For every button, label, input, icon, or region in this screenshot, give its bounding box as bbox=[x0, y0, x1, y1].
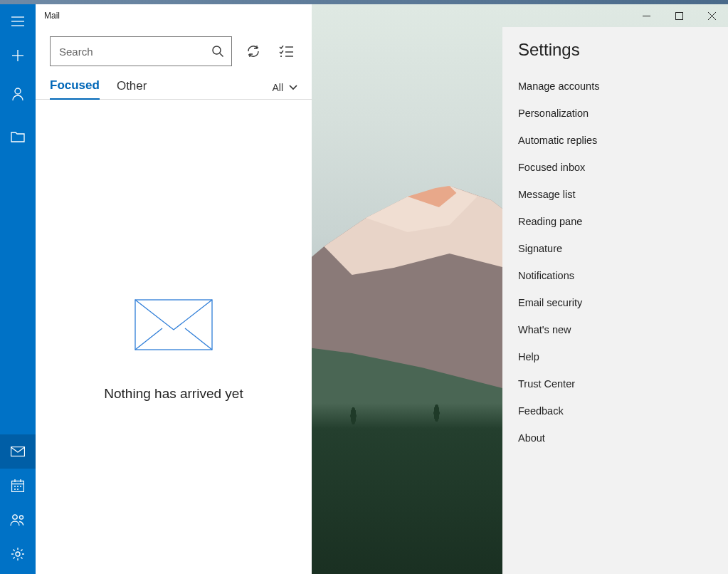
mail-app-window: Mail Focused Other All Not bbox=[0, 4, 728, 574]
filter-label: All bbox=[272, 82, 283, 93]
settings-item-email-security[interactable]: Email security bbox=[518, 289, 712, 316]
close-icon bbox=[708, 12, 716, 20]
person-icon bbox=[11, 87, 24, 101]
mail-icon bbox=[11, 447, 25, 456]
settings-item-notifications[interactable]: Notifications bbox=[518, 262, 712, 289]
svg-line-20 bbox=[220, 53, 223, 57]
settings-item-whats-new[interactable]: What's new bbox=[518, 316, 712, 343]
people-icon bbox=[10, 513, 26, 526]
plus-icon bbox=[12, 50, 23, 61]
settings-item-signature[interactable]: Signature bbox=[518, 235, 712, 262]
filter-dropdown[interactable]: All bbox=[272, 82, 297, 99]
menu-icon bbox=[11, 16, 24, 26]
gear-icon bbox=[11, 547, 25, 561]
chevron-down-icon bbox=[289, 85, 297, 90]
settings-item-help[interactable]: Help bbox=[518, 343, 712, 370]
refresh-icon bbox=[246, 44, 260, 58]
select-mode-button[interactable] bbox=[275, 40, 297, 63]
settings-item-message-list[interactable]: Message list bbox=[518, 181, 712, 208]
maximize-icon bbox=[675, 12, 683, 20]
envelope-icon bbox=[134, 299, 213, 350]
toolbar bbox=[36, 27, 312, 71]
search-input[interactable] bbox=[59, 46, 211, 58]
settings-item-automatic-replies[interactable]: Automatic replies bbox=[518, 127, 712, 154]
account-button[interactable] bbox=[0, 73, 36, 115]
app-title: Mail bbox=[44, 11, 60, 21]
svg-point-16 bbox=[13, 515, 17, 519]
title-bar: Mail bbox=[36, 4, 312, 27]
calendar-nav-button[interactable] bbox=[0, 469, 36, 503]
settings-title: Settings bbox=[518, 40, 712, 60]
svg-rect-27 bbox=[675, 12, 682, 19]
svg-point-5 bbox=[15, 88, 21, 94]
settings-item-focused-inbox[interactable]: Focused inbox bbox=[518, 154, 712, 181]
folders-button[interactable] bbox=[0, 115, 36, 158]
svg-rect-25 bbox=[135, 300, 212, 350]
checklist-icon bbox=[279, 46, 293, 57]
settings-item-about[interactable]: About bbox=[518, 424, 712, 452]
sync-button[interactable] bbox=[242, 40, 265, 63]
mail-nav-button[interactable] bbox=[0, 434, 36, 469]
window-controls bbox=[630, 4, 728, 27]
calendar-icon bbox=[11, 479, 24, 492]
settings-item-personalization[interactable]: Personalization bbox=[518, 100, 712, 127]
empty-message: Nothing has arrived yet bbox=[104, 386, 243, 402]
settings-item-feedback[interactable]: Feedback bbox=[518, 397, 712, 424]
maximize-button[interactable] bbox=[663, 4, 695, 27]
settings-item-trust-center[interactable]: Trust Center bbox=[518, 370, 712, 397]
minimize-icon bbox=[643, 12, 650, 20]
settings-nav-button[interactable] bbox=[0, 537, 36, 571]
settings-item-reading-pane[interactable]: Reading pane bbox=[518, 208, 712, 235]
close-button[interactable] bbox=[695, 4, 728, 27]
nav-rail bbox=[0, 4, 36, 574]
minimize-button[interactable] bbox=[630, 4, 663, 27]
settings-panel: Settings Manage accounts Personalization… bbox=[502, 27, 728, 574]
svg-point-24 bbox=[281, 56, 282, 57]
search-box[interactable] bbox=[50, 36, 232, 66]
compose-button[interactable] bbox=[0, 38, 36, 73]
svg-point-18 bbox=[16, 552, 20, 556]
message-list-pane: Mail Focused Other All Not bbox=[36, 4, 312, 574]
empty-state: Nothing has arrived yet bbox=[36, 100, 312, 574]
inbox-tabs: Focused Other All bbox=[36, 71, 312, 100]
people-nav-button[interactable] bbox=[0, 503, 36, 537]
search-icon bbox=[211, 45, 224, 58]
folder-icon bbox=[11, 131, 25, 142]
tab-other[interactable]: Other bbox=[117, 75, 147, 99]
tab-focused[interactable]: Focused bbox=[50, 74, 100, 100]
svg-point-17 bbox=[20, 516, 23, 519]
settings-item-manage-accounts[interactable]: Manage accounts bbox=[518, 73, 712, 100]
svg-point-19 bbox=[213, 46, 221, 54]
menu-button[interactable] bbox=[0, 4, 36, 38]
